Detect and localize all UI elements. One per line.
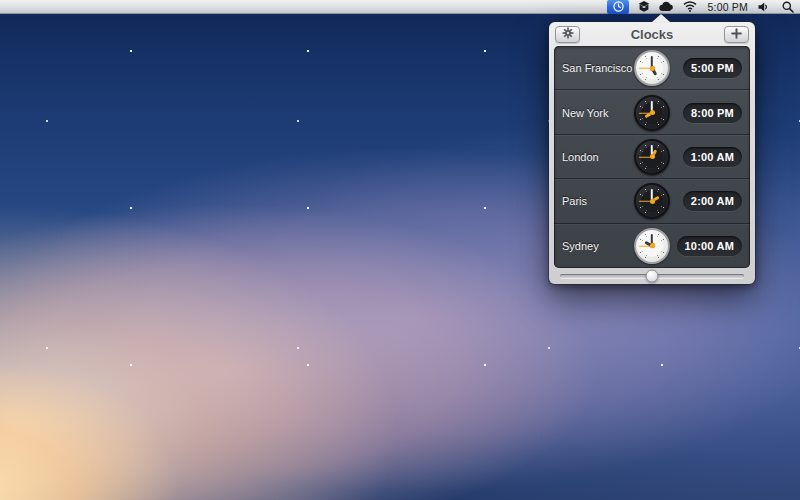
menubar-clock-time[interactable]: 5:00 PM [706, 0, 749, 14]
cloud-icon [659, 1, 674, 12]
clocks-menubar-item[interactable] [607, 0, 629, 14]
popover-arrow [652, 14, 670, 22]
dropbox-menubar-item[interactable] [638, 0, 650, 14]
cloud-menubar-item[interactable] [659, 0, 674, 14]
clock-row-new-york[interactable]: New York 8:00 PM [554, 90, 750, 134]
popover-header: Clocks [549, 22, 755, 46]
gear-icon [562, 25, 574, 43]
dropbox-icon [638, 1, 650, 13]
analog-clock [634, 228, 670, 264]
clock-row-sydney[interactable]: Sydney 10:00 AM [554, 224, 750, 268]
time-badge: 5:00 PM [683, 58, 742, 78]
time-scrub-slider[interactable] [560, 274, 744, 278]
plus-icon [731, 25, 742, 43]
clock-icon [613, 1, 624, 12]
settings-button[interactable] [555, 26, 580, 43]
city-label: San Francisco [562, 62, 634, 74]
world-clock-list: San Francisco 5:00 PM New York 8:00 PM L… [554, 46, 750, 268]
search-icon [782, 1, 794, 13]
analog-clock [634, 95, 670, 131]
clock-row-san-francisco[interactable]: San Francisco 5:00 PM [554, 46, 750, 90]
clock-row-london[interactable]: London 1:00 AM [554, 135, 750, 179]
popover-footer [549, 268, 755, 284]
city-label: New York [562, 107, 634, 119]
clock-row-paris[interactable]: Paris 2:00 AM [554, 179, 750, 223]
analog-clock [634, 50, 670, 86]
city-label: London [562, 151, 634, 163]
spotlight-menubar-item[interactable] [782, 0, 794, 14]
city-label: Paris [562, 195, 634, 207]
wifi-menubar-item[interactable] [683, 0, 697, 14]
add-clock-button[interactable] [724, 26, 749, 43]
analog-clock [634, 139, 670, 175]
time-badge: 8:00 PM [683, 103, 742, 123]
time-badge: 10:00 AM [677, 236, 743, 256]
volume-menubar-item[interactable] [758, 0, 769, 14]
clocks-popover: Clocks San Francisco 5:00 PM New York 8:… [549, 22, 755, 284]
time-badge: 2:00 AM [683, 191, 742, 211]
volume-icon [758, 2, 769, 12]
menu-bar: 5:00 PM [0, 0, 800, 14]
time-badge: 1:00 AM [683, 147, 742, 167]
slider-knob[interactable] [646, 270, 659, 283]
analog-clock [634, 183, 670, 219]
wifi-icon [683, 1, 697, 12]
city-label: Sydney [562, 240, 634, 252]
